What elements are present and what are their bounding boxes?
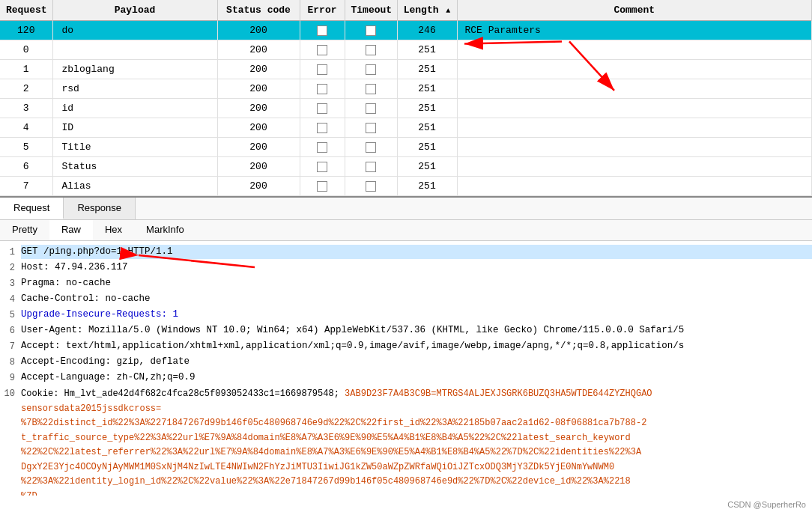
line-content: Accept: text/html,application/xhtml+xml,… [21, 339, 812, 353]
checkbox[interactable] [366, 25, 376, 36]
line-content: Accept-Language: zh-CN,zh;q=0.9 [21, 371, 812, 385]
cell-1: ID [52, 118, 217, 138]
table-row[interactable]: 120do200246RCE Paramters [0, 21, 812, 40]
cell-0: 6 [0, 157, 52, 177]
cell-2: 200 [217, 177, 300, 196]
checkbox[interactable] [366, 45, 376, 55]
cell-4 [345, 177, 397, 196]
col-payload[interactable]: Payload [52, 0, 217, 21]
table-row[interactable]: 1zbloglang200251 [0, 60, 812, 79]
code-line: 6User-Agent: Mozilla/5.0 (Windows NT 10.… [0, 323, 812, 338]
cell-1 [52, 40, 217, 60]
cell-3 [300, 40, 345, 60]
checkbox[interactable] [366, 142, 376, 153]
cell-6 [457, 157, 812, 177]
line-text-part: 3AB9D23F7A4B3C9B=MTRGS4ALJEXJSGRK6BUZQ3H… [345, 388, 652, 399]
table-row[interactable]: 3id200251 [0, 99, 812, 118]
table-row[interactable]: 7Alias200251 [0, 177, 812, 196]
checkbox[interactable] [366, 181, 376, 192]
checkbox[interactable] [317, 142, 327, 153]
checkbox[interactable] [366, 84, 376, 94]
line-number: 5 [0, 308, 21, 322]
tab-request[interactable]: Request [0, 198, 64, 219]
code-line: 5Upgrade-Insecure-Requests: 1 [0, 307, 812, 323]
subtab-raw[interactable]: Raw [49, 220, 93, 240]
cell-5: 251 [397, 157, 457, 177]
cell-1: id [52, 99, 217, 118]
col-request[interactable]: Request [0, 0, 52, 21]
checkbox[interactable] [366, 162, 376, 172]
cell-4 [345, 21, 397, 40]
cell-0: 5 [0, 138, 52, 157]
checkbox[interactable] [317, 64, 327, 75]
tab-response[interactable]: Response [64, 198, 136, 219]
table-row[interactable]: 0200251 [0, 40, 812, 60]
checkbox[interactable] [317, 181, 327, 192]
cell-1: zbloglang [52, 60, 217, 79]
cell-6 [457, 118, 812, 138]
checkbox[interactable] [317, 25, 327, 36]
cell-6 [457, 60, 812, 79]
code-line: 3Pragma: no-cache [0, 275, 812, 291]
line-number: 4 [0, 292, 21, 306]
line-content: GET /ping.php?do=1 HTTP/1.1 [21, 245, 812, 259]
cell-1: do [52, 21, 217, 40]
cell-4 [345, 40, 397, 60]
cell-2: 200 [217, 138, 300, 157]
cell-3 [300, 79, 345, 99]
main-tabs: Request Response [0, 196, 812, 220]
cell-2: 200 [217, 40, 300, 60]
line-number: 9 [0, 371, 21, 385]
cell-3 [300, 99, 345, 118]
checkbox[interactable] [317, 162, 327, 172]
checkbox[interactable] [366, 64, 376, 75]
cell-6 [457, 99, 812, 118]
checkbox[interactable] [366, 123, 376, 133]
cell-4 [345, 157, 397, 177]
cell-6: RCE Paramters [457, 21, 812, 40]
cell-0: 0 [0, 40, 52, 60]
line-content: Pragma: no-cache [21, 276, 812, 290]
col-comment[interactable]: Comment [457, 0, 812, 21]
checkbox[interactable] [317, 123, 327, 133]
code-area: 1GET /ping.php?do=1 HTTP/1.12Host: 47.94… [0, 241, 812, 496]
cell-5: 251 [397, 138, 457, 157]
cell-3 [300, 118, 345, 138]
subtab-markinfo[interactable]: MarkInfo [134, 220, 196, 240]
subtab-hex[interactable]: Hex [93, 220, 134, 240]
table-row[interactable]: 4ID200251 [0, 118, 812, 138]
cell-3 [300, 138, 345, 157]
col-length[interactable]: Length ▲ [397, 0, 457, 21]
cell-4 [345, 118, 397, 138]
cell-1: rsd [52, 79, 217, 99]
sort-icon: ▲ [446, 7, 450, 15]
results-table: Request Payload Status code Error Timeou… [0, 0, 812, 196]
line-content: Host: 47.94.236.117 [21, 260, 812, 275]
checkbox[interactable] [317, 45, 327, 55]
checkbox[interactable] [317, 103, 327, 114]
line-content: Accept-Encoding: gzip, deflate [21, 355, 812, 369]
col-timeout[interactable]: Timeout [345, 0, 397, 21]
table-row[interactable]: 6Status200251 [0, 157, 812, 177]
checkbox[interactable] [317, 84, 327, 94]
cell-0: 4 [0, 118, 52, 138]
cell-6 [457, 177, 812, 196]
col-error[interactable]: Error [300, 0, 345, 21]
cell-2: 200 [217, 99, 300, 118]
code-line: 4Cache-Control: no-cache [0, 291, 812, 307]
table-row[interactable]: 5Title200251 [0, 138, 812, 157]
cell-5: 251 [397, 40, 457, 60]
code-line: 8Accept-Encoding: gzip, deflate [0, 354, 812, 370]
cell-4 [345, 138, 397, 157]
cell-0: 120 [0, 21, 52, 40]
cell-5: 251 [397, 79, 457, 99]
checkbox[interactable] [366, 103, 376, 114]
cell-4 [345, 79, 397, 99]
subtab-pretty[interactable]: Pretty [0, 220, 49, 240]
col-status-code[interactable]: Status code [217, 0, 300, 21]
table-row[interactable]: 2rsd200251 [0, 79, 812, 99]
results-table-section: Request Payload Status code Error Timeou… [0, 0, 812, 196]
line-content: Cache-Control: no-cache [21, 292, 812, 306]
cell-5: 251 [397, 177, 457, 196]
cell-3 [300, 21, 345, 40]
